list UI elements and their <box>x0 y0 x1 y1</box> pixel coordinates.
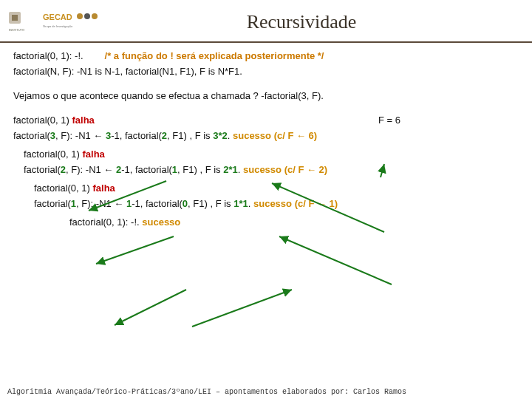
narrative-text: Vejamos o que acontece quando se efectua… <box>13 90 519 101</box>
logo-block: INSTITUTO GECAD Grupo de Investigação <box>7 9 108 35</box>
svg-point-7 <box>84 13 90 19</box>
trace-step-1: factorial(0, 1) falha F = 6 factorial(3,… <box>13 115 519 141</box>
svg-text:Grupo de Investigação: Grupo de Investigação <box>43 24 73 28</box>
result-f6: F = 6 <box>378 115 400 126</box>
trace-step-2: factorial(0, 1) falha factorial(2, F): -… <box>24 149 519 175</box>
trace-step-3: factorial(0, 1) falha factorial(1, F): -… <box>34 183 519 209</box>
svg-text:INSTITUTO: INSTITUTO <box>9 28 24 32</box>
svg-point-6 <box>77 13 83 19</box>
svg-point-8 <box>92 13 98 19</box>
gecad-logo-icon: GECAD Grupo de Investigação <box>41 10 108 35</box>
code-base-case: factorial(0, 1): -!. /* a função do ! se… <box>13 50 519 61</box>
code-recursive-case: factorial(N, F): -N1 is N-1, factorial(N… <box>13 66 519 77</box>
svg-text:GECAD: GECAD <box>43 13 72 21</box>
svg-rect-2 <box>12 15 18 21</box>
code-comment: /* a função do ! será explicada posterio… <box>105 50 324 61</box>
header: INSTITUTO GECAD Grupo de Investigação Re… <box>0 0 532 43</box>
content-area: factorial(0, 1): -!. /* a função do ! se… <box>0 43 532 228</box>
page-title: Recursividade <box>108 11 525 33</box>
footer-text: Algoritmia Avançada/Teórico-Práticas/3ºa… <box>0 388 532 396</box>
trace-step-4: factorial(0, 1): -!. sucesso <box>69 216 519 228</box>
institute-logo-icon: INSTITUTO <box>7 9 37 35</box>
